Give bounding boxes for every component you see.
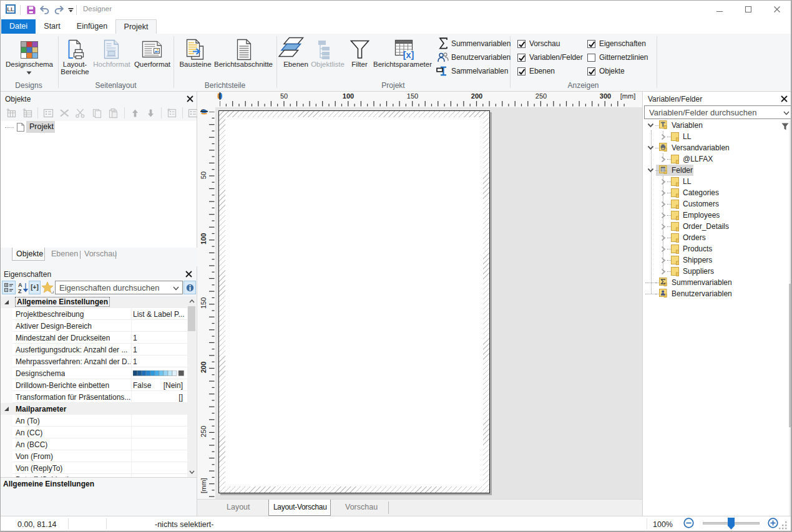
svg-text:A: A [18,282,22,288]
svg-text:[x]: [x] [403,50,414,60]
svg-text:Z: Z [18,288,22,294]
